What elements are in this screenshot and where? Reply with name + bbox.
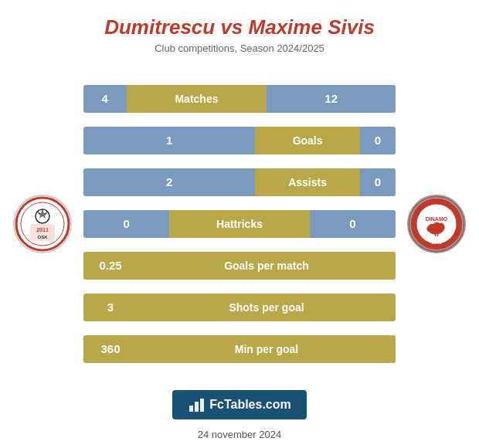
stat-right-val: 0 — [375, 134, 381, 147]
stat-single-label: Min per goal — [138, 343, 396, 355]
comparison-card: Dumitrescu vs Maxime Sivis Club competit… — [0, 0, 479, 448]
stat-row-goals: 1Goals0 — [83, 127, 396, 154]
stat-row-shots-per-goal: 3Shots per goal — [83, 294, 396, 321]
stat-row-assists: 2Assists0 — [83, 168, 396, 196]
right-team-logo: DINAMO 1948 — [402, 195, 471, 253]
svg-text:2011: 2011 — [36, 227, 49, 232]
svg-rect-13 — [200, 399, 204, 412]
stat-left-val: 1 — [166, 134, 172, 147]
stat-row-matches: 4Matches12 — [83, 85, 396, 113]
stat-single-label: Goals per match — [138, 260, 396, 272]
stat-single-label: Shots per goal — [138, 301, 396, 314]
fctables-section: FcTables.com 24 november 2024 — [172, 390, 307, 440]
svg-text:1948: 1948 — [431, 240, 442, 245]
stat-left-val: 0 — [123, 217, 129, 230]
fctables-text: FcTables.com — [209, 398, 291, 412]
dinamo-logo: DINAMO 1948 — [407, 195, 466, 253]
svg-rect-11 — [189, 406, 193, 412]
svg-text:DINAMO: DINAMO — [426, 216, 448, 222]
stat-label: Matches — [175, 93, 218, 105]
stat-single-val: 0.25 — [83, 259, 138, 272]
stat-right-val: 0 — [375, 175, 381, 188]
stat-row-hattricks: 0Hattricks0 — [83, 210, 396, 238]
svg-text:OSK: OSK — [37, 235, 48, 239]
sepsi-logo: 2011 OSK — [13, 195, 72, 253]
page-title: Dumitrescu vs Maxime Sivis — [104, 15, 375, 39]
stat-left-val: 2 — [166, 175, 172, 188]
subtitle: Club competitions, Season 2024/2025 — [155, 42, 324, 54]
stats-container: 4Matches121Goals02Assists00Hattricks00.2… — [77, 85, 402, 363]
stat-label: Hattricks — [216, 218, 263, 230]
stat-row-min-per-goal: 360Min per goal — [83, 335, 396, 363]
fctables-badge: FcTables.com — [172, 390, 307, 419]
stat-label: Assists — [288, 176, 327, 188]
stat-single-val: 3 — [83, 300, 138, 314]
stat-label: Goals — [293, 134, 323, 147]
stat-left-val: 4 — [102, 92, 108, 105]
left-team-logo: 2011 OSK — [8, 195, 77, 253]
footer-date: 24 november 2024 — [198, 429, 281, 440]
stat-right-val: 12 — [324, 92, 338, 105]
svg-rect-12 — [195, 402, 199, 412]
chart-icon — [188, 396, 205, 413]
stat-row-goals-per-match: 0.25Goals per match — [83, 252, 396, 280]
stat-right-val: 0 — [349, 217, 355, 230]
stat-single-val: 360 — [83, 342, 138, 355]
main-content: 2011 OSK 4Matches121Goals02Assists00Hatt… — [8, 68, 471, 379]
